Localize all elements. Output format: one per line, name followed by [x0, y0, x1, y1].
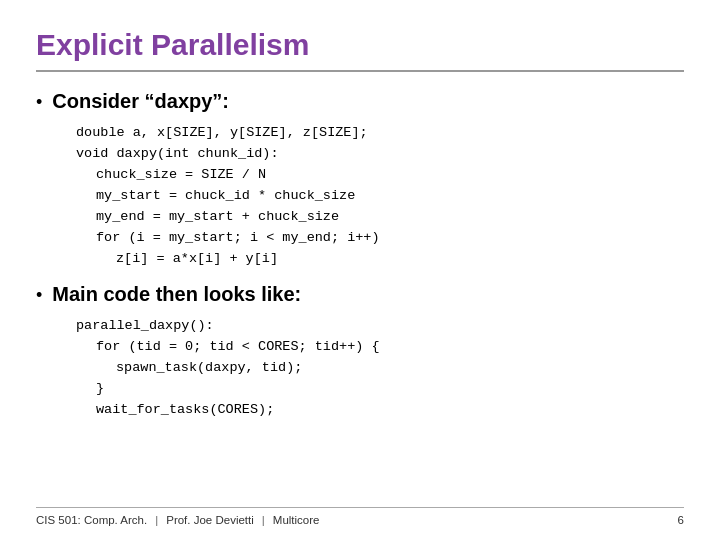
- bullet2-dot: •: [36, 285, 42, 306]
- code-line: for (i = my_start; i < my_end; i++): [76, 228, 684, 249]
- footer-page: 6: [678, 514, 684, 526]
- code-line: for (tid = 0; tid < CORES; tid++) {: [76, 337, 684, 358]
- bullet2-item: • Main code then looks like:: [36, 283, 684, 306]
- slide-title: Explicit Parallelism: [36, 28, 684, 62]
- footer-professor: Prof. Joe Devietti: [166, 514, 254, 526]
- code-line: spawn_task(daxpy, tid);: [76, 358, 684, 379]
- bullet2-code: parallel_daxpy(): for (tid = 0; tid < CO…: [76, 316, 684, 421]
- footer-sep1: |: [155, 514, 158, 526]
- code-line: }: [76, 379, 684, 400]
- code-line: parallel_daxpy():: [76, 316, 684, 337]
- bullet1-section: • Consider “daxpy”: double a, x[SIZE], y…: [36, 90, 684, 269]
- bullet2-label: Main code then looks like:: [52, 283, 301, 306]
- bullet1-code: double a, x[SIZE], y[SIZE], z[SIZE]; voi…: [76, 123, 684, 269]
- code-line: void daxpy(int chunk_id):: [76, 144, 684, 165]
- bullet2-section: • Main code then looks like: parallel_da…: [36, 283, 684, 421]
- code-line: chuck_size = SIZE / N: [76, 165, 684, 186]
- footer-left: CIS 501: Comp. Arch. | Prof. Joe Deviett…: [36, 514, 319, 526]
- slide-container: Explicit Parallelism • Consider “daxpy”:…: [0, 0, 720, 540]
- code-line: my_start = chuck_id * chuck_size: [76, 186, 684, 207]
- code-line: double a, x[SIZE], y[SIZE], z[SIZE];: [76, 123, 684, 144]
- footer-course: CIS 501: Comp. Arch.: [36, 514, 147, 526]
- bullet1-item: • Consider “daxpy”:: [36, 90, 684, 113]
- footer: CIS 501: Comp. Arch. | Prof. Joe Deviett…: [36, 507, 684, 526]
- bullet1-dot: •: [36, 92, 42, 113]
- footer-sep2: |: [262, 514, 265, 526]
- code-line: wait_for_tasks(CORES);: [76, 400, 684, 421]
- code-line: z[i] = a*x[i] + y[i]: [76, 249, 684, 270]
- code-line: my_end = my_start + chuck_size: [76, 207, 684, 228]
- title-section: Explicit Parallelism: [36, 28, 684, 72]
- bullet1-label: Consider “daxpy”:: [52, 90, 229, 113]
- footer-topic: Multicore: [273, 514, 320, 526]
